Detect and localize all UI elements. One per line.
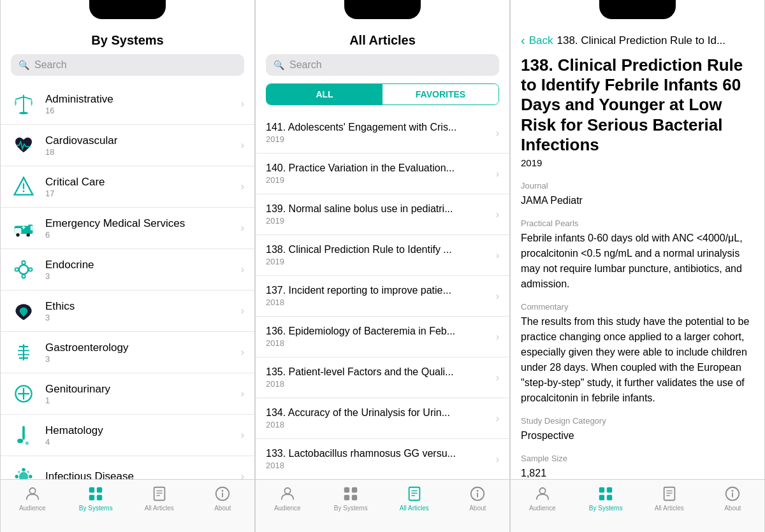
svg-rect-68 xyxy=(607,495,612,500)
item-name: Endocrine xyxy=(45,259,232,271)
svg-point-16 xyxy=(22,261,25,264)
article-item[interactable]: 137. Incident reporting to improve patie… xyxy=(256,276,509,317)
segment-favorites[interactable]: FAVORITES xyxy=(382,84,499,104)
chevron-icon: › xyxy=(241,471,244,479)
article-year: 2019 xyxy=(266,216,490,226)
svg-point-75 xyxy=(732,490,734,492)
back-button[interactable]: Back xyxy=(529,34,553,47)
chevron-icon: › xyxy=(241,305,244,317)
tab-label-about-3: About xyxy=(724,505,741,512)
tab-bysystems-2[interactable]: By Systems xyxy=(332,485,370,512)
article-item[interactable]: 139. Normal saline bolus use in pediatri… xyxy=(256,194,509,235)
status-bar-2 xyxy=(256,0,509,28)
svg-rect-56 xyxy=(352,495,357,500)
chevron-icon: › xyxy=(241,181,244,192)
item-text: Infectious Disease xyxy=(45,470,232,479)
list-item[interactable]: Gastroenterology 3 › xyxy=(1,332,254,373)
allarticles-tab-icon-1 xyxy=(150,485,168,503)
svg-line-2 xyxy=(15,97,24,99)
about-tab-icon-2 xyxy=(469,485,486,503)
svg-rect-42 xyxy=(97,487,102,492)
study-value: Prospective xyxy=(521,428,754,443)
list-item[interactable]: Cardiovascular 18 › xyxy=(1,125,254,166)
article-item[interactable]: 136. Epidemiology of Bacteremia in Feb..… xyxy=(256,317,509,357)
status-bar-1 xyxy=(1,0,254,28)
article-item[interactable]: 138. Clinical Prediction Rule to Identif… xyxy=(256,235,509,276)
svg-rect-66 xyxy=(607,487,612,492)
svg-point-64 xyxy=(539,488,545,494)
tab-about-3[interactable]: About xyxy=(713,485,752,512)
bysystems-tab-icon-1 xyxy=(87,485,105,503)
article-year: 2018 xyxy=(266,420,490,429)
list-item[interactable]: Critical Care 17 › xyxy=(1,166,254,208)
chevron-icon: › xyxy=(496,331,499,343)
ethics-icon xyxy=(11,298,36,324)
list-item[interactable]: Ethics 3 › xyxy=(1,291,254,332)
article-title: 139. Normal saline bolus use in pediatri… xyxy=(266,203,490,215)
scales-icon xyxy=(11,91,36,117)
list-item[interactable]: Infectious Disease › xyxy=(1,456,254,479)
tab-bysystems-3[interactable]: By Systems xyxy=(586,485,625,512)
tab-allarticles-2[interactable]: All Articles xyxy=(395,485,433,512)
item-count: 3 xyxy=(45,271,232,281)
item-name: Infectious Disease xyxy=(45,470,232,479)
back-chevron-icon: ‹ xyxy=(521,33,525,48)
allarticles-tab-icon-3 xyxy=(660,485,678,503)
article-title: 135. Patient-level Factors and the Quali… xyxy=(266,366,490,378)
svg-point-36 xyxy=(18,471,20,473)
svg-rect-65 xyxy=(599,487,604,492)
list-item[interactable]: Emergency Medical Services 6 › xyxy=(1,208,254,249)
item-text: Ethics 3 xyxy=(45,300,232,322)
chevron-icon: › xyxy=(496,413,499,424)
chevron-icon: › xyxy=(241,222,244,234)
article-year: 2018 xyxy=(266,461,490,470)
segment-all[interactable]: ALL xyxy=(266,84,382,104)
article-item[interactable]: 134. Accuracy of the Urinalysis for Urin… xyxy=(256,398,509,439)
notch-1 xyxy=(89,0,166,19)
tab-about-2[interactable]: About xyxy=(458,485,497,512)
tab-label-audience-3: Audience xyxy=(529,505,556,512)
tab-audience-3[interactable]: Audience xyxy=(523,485,562,512)
notch-2 xyxy=(344,0,421,19)
article-detail-year: 2019 xyxy=(521,157,754,168)
chevron-icon: › xyxy=(241,98,244,110)
search-icon-1: 🔍 xyxy=(18,60,29,70)
search-bar-1[interactable]: 🔍 Search xyxy=(11,54,244,76)
audience-tab-icon-1 xyxy=(24,485,41,503)
svg-point-51 xyxy=(222,490,224,492)
article-item[interactable]: 135. Patient-level Factors and the Quali… xyxy=(256,357,509,398)
list-item[interactable]: Endocrine 3 › xyxy=(1,249,254,291)
audience-tab-icon-3 xyxy=(534,485,551,503)
search-bar-2[interactable]: 🔍 Search xyxy=(266,54,499,76)
status-bar-3 xyxy=(511,0,764,28)
chevron-icon: › xyxy=(241,140,244,151)
genitourinary-icon xyxy=(11,381,36,406)
svg-point-63 xyxy=(477,490,479,492)
svg-point-35 xyxy=(29,475,32,478)
tab-allarticles-1[interactable]: All Articles xyxy=(140,485,178,512)
list-item[interactable]: Hematology 4 › xyxy=(1,415,254,456)
article-item[interactable]: 140. Practice Variation in the Evaluatio… xyxy=(256,154,509,194)
article-item[interactable]: 141. Adolescents' Engagement with Cris..… xyxy=(256,113,509,154)
svg-point-34 xyxy=(15,475,18,478)
article-text: 138. Clinical Prediction Rule to Identif… xyxy=(266,244,490,266)
article-item[interactable]: 133. Lactobacillus rhamnosus GG versu...… xyxy=(256,439,509,479)
list-item[interactable]: Genitourinary 1 › xyxy=(1,373,254,415)
commentary-value: The results from this study have the pot… xyxy=(521,314,754,406)
chevron-icon: › xyxy=(241,429,244,441)
article-text: 141. Adolescents' Engagement with Cris..… xyxy=(266,122,490,144)
item-text: Genitourinary 1 xyxy=(45,383,232,405)
tab-bysystems-1[interactable]: By Systems xyxy=(76,485,115,512)
pearls-value: Febrile infants 0-60 days old with ANC <… xyxy=(521,231,754,292)
tab-label-bysystems-2: By Systems xyxy=(334,505,368,512)
item-name: Critical Care xyxy=(45,176,232,189)
list-item[interactable]: Administrative 16 › xyxy=(1,83,254,125)
svg-point-15 xyxy=(19,265,28,274)
tab-about-1[interactable]: About xyxy=(203,485,242,512)
svg-rect-43 xyxy=(89,495,94,500)
item-count: 6 xyxy=(45,230,232,240)
about-tab-icon-1 xyxy=(214,485,231,503)
tab-audience-2[interactable]: Audience xyxy=(268,485,307,512)
tab-audience-1[interactable]: Audience xyxy=(13,485,52,512)
tab-allarticles-3[interactable]: All Articles xyxy=(650,485,688,512)
